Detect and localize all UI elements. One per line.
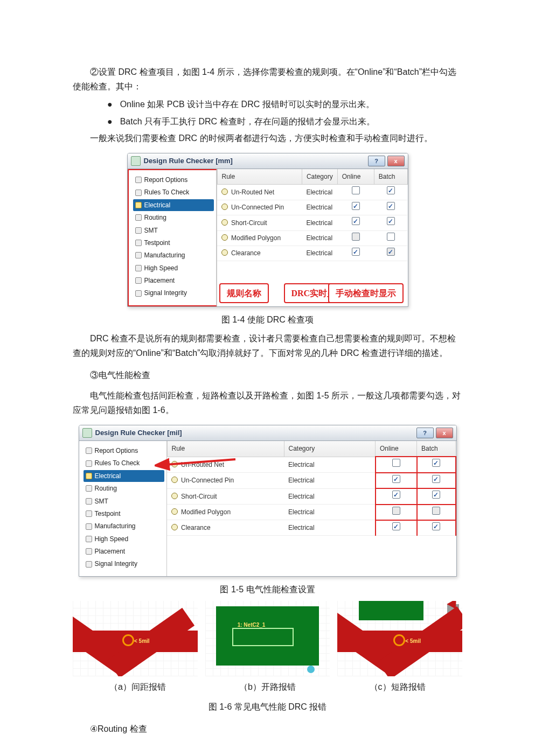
checkbox[interactable] xyxy=(352,186,360,194)
para-electrical: 电气性能检查包括间距检查，短路检查以及开路检查，如图 1-5 所示，一般这几项都… xyxy=(73,388,462,417)
cell-category: Electrical xyxy=(302,246,337,261)
cell-batch xyxy=(417,473,456,488)
para-both: 一般来说我们需要检查 DRC 的时候两者都进行勾选，方便实时检查和手动检查同时进… xyxy=(73,131,462,145)
close-button[interactable]: x xyxy=(387,156,405,166)
cell-online xyxy=(376,488,417,504)
figure-1-5-dialog: Design Rule Checker [mil] ? x Report Opt… xyxy=(79,425,457,577)
checkbox[interactable] xyxy=(352,248,360,256)
checkbox[interactable] xyxy=(387,202,395,210)
checkbox[interactable] xyxy=(387,217,395,225)
label-b: （b）开路报错 xyxy=(203,680,332,694)
tree-icon xyxy=(86,536,92,542)
table-row[interactable]: ClearanceElectrical xyxy=(167,520,456,536)
checkbox[interactable] xyxy=(387,186,395,194)
checkbox[interactable] xyxy=(352,202,360,210)
tree-high-speed[interactable]: High Speed xyxy=(84,533,164,545)
checkbox[interactable] xyxy=(352,217,360,225)
tree-manufacturing[interactable]: Manufacturing xyxy=(84,520,164,532)
figure-1-4-dialog: Design Rule Checker [mm] ? x Report Opti… xyxy=(127,153,408,307)
tree-icon xyxy=(86,510,92,517)
tree-electrical[interactable]: Electrical xyxy=(133,199,214,211)
tree-icon xyxy=(135,277,142,284)
tree-signal-integrity[interactable]: Signal Integrity xyxy=(133,287,214,299)
rule-icon xyxy=(221,249,228,256)
col-category[interactable]: Category xyxy=(302,169,337,185)
app-icon xyxy=(131,156,141,166)
thumb-open: 1: NetC2_1 xyxy=(205,601,330,676)
cell-category: Electrical xyxy=(284,457,376,472)
table-row[interactable]: ClearanceElectrical xyxy=(217,246,407,261)
tree-electrical[interactable]: Electrical xyxy=(84,470,164,482)
tree-icon xyxy=(135,214,142,221)
svg-line-0 xyxy=(165,459,235,465)
table-row[interactable]: Un-Routed NetElectrical xyxy=(217,185,407,200)
checkbox[interactable] xyxy=(432,459,440,467)
col-category[interactable]: Category xyxy=(284,441,376,457)
table-row[interactable]: Un-Connected PinElectrical xyxy=(217,200,407,215)
tree-icon xyxy=(135,202,142,208)
checkbox[interactable] xyxy=(432,522,440,530)
tree-routing[interactable]: Routing xyxy=(133,212,214,223)
tree-rules-to-check[interactable]: Rules To Check xyxy=(133,186,214,198)
table-row[interactable]: Short-CircuitElectrical xyxy=(167,488,456,504)
rule-icon xyxy=(221,188,228,195)
tree-report-options[interactable]: Report Options xyxy=(84,445,164,457)
checkbox[interactable] xyxy=(432,507,440,515)
col-batch[interactable]: Batch xyxy=(417,441,456,457)
tree-rules-to-check[interactable]: Rules To Check xyxy=(84,457,164,469)
table-row[interactable]: Modified PolygonElectrical xyxy=(167,505,456,520)
checkbox[interactable] xyxy=(352,233,360,241)
thumb-c-label: < 5mil xyxy=(405,636,421,646)
checkbox[interactable] xyxy=(387,233,395,241)
help-button[interactable]: ? xyxy=(416,428,434,438)
rule-icon xyxy=(171,524,178,530)
tree-placement[interactable]: Placement xyxy=(84,545,164,557)
checkbox[interactable] xyxy=(432,475,440,483)
tree-testpoint[interactable]: Testpoint xyxy=(84,508,164,520)
cell-online xyxy=(337,185,374,200)
checkbox[interactable] xyxy=(392,522,400,530)
tree-manufacturing[interactable]: Manufacturing xyxy=(133,249,214,261)
cell-batch xyxy=(374,215,407,230)
rule-icon xyxy=(171,508,178,515)
col-rule[interactable]: Rule xyxy=(167,441,284,457)
cell-online xyxy=(337,246,374,261)
tree-report-options[interactable]: Report Options xyxy=(133,174,214,186)
help-button[interactable]: ? xyxy=(368,156,385,166)
checkbox[interactable] xyxy=(432,491,440,499)
cell-online xyxy=(376,457,417,472)
table-row[interactable]: Modified PolygonElectrical xyxy=(217,230,407,246)
figure-1-6-caption: 图 1-6 常见电气性能 DRC 报错 xyxy=(73,699,462,714)
checkbox[interactable] xyxy=(387,248,395,256)
heading-electrical: ③电气性能检查 xyxy=(73,368,462,382)
checkbox[interactable] xyxy=(392,459,400,467)
tree-icon xyxy=(135,265,142,271)
tree-high-speed[interactable]: High Speed xyxy=(133,262,214,274)
col-online[interactable]: Online xyxy=(337,169,374,185)
bullet-icon: ● xyxy=(107,97,117,111)
tree-smt[interactable]: SMT xyxy=(84,495,164,507)
tree-testpoint[interactable]: Testpoint xyxy=(133,237,214,249)
bullet-online: ● Online 如果 PCB 设计当中存在 DRC 报错时可以实时的显示出来。 xyxy=(73,97,462,111)
close-button[interactable]: x xyxy=(436,428,453,438)
checkbox[interactable] xyxy=(392,491,400,499)
tree-smt[interactable]: SMT xyxy=(133,225,214,236)
col-batch[interactable]: Batch xyxy=(374,169,407,185)
checkbox[interactable] xyxy=(392,475,400,483)
col-online[interactable]: Online xyxy=(376,441,417,457)
tree-icon xyxy=(86,485,92,492)
cell-batch xyxy=(374,246,407,261)
thumb-a-label: < 5mil xyxy=(134,636,150,646)
cell-batch xyxy=(417,505,456,520)
tree-placement[interactable]: Placement xyxy=(133,275,214,286)
cell-online xyxy=(337,215,374,230)
tree-routing[interactable]: Routing xyxy=(84,482,164,494)
figure-1-6: < 5mil 1: NetC2_1 < 5mil xyxy=(73,601,462,676)
tree-signal-integrity[interactable]: Signal Integrity xyxy=(84,558,164,570)
titlebar: Design Rule Checker [mil] ? x xyxy=(79,425,456,441)
table-row[interactable]: Short-CircuitElectrical xyxy=(217,215,407,230)
cell-online xyxy=(376,520,417,536)
annotation-rule-name: 规则名称 xyxy=(219,283,269,303)
col-rule[interactable]: Rule xyxy=(217,169,302,185)
checkbox[interactable] xyxy=(392,507,400,515)
